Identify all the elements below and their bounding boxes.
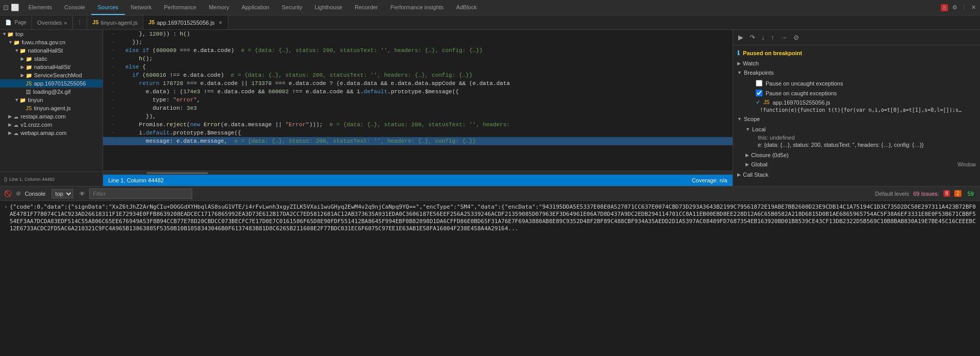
- tree-item-tinyun-agent[interactable]: ▶ JS tinyun-agent.js: [0, 104, 103, 112]
- pause-resume-btn[interactable]: ▶: [736, 32, 745, 42]
- code-line-highlighted: - message: e.data.message, e = {data: {……: [103, 137, 733, 145]
- file-tab-tinyun-agent[interactable]: JS tinyun-agent.js: [87, 15, 143, 29]
- local-section-header[interactable]: ▼ Local: [743, 125, 980, 134]
- right-panel: ▶ ↷ ↓ ↑ → ⊘ ℹ Paused on breakpoint ▶ Wat…: [733, 30, 980, 186]
- console-clear-icon[interactable]: 🚫: [4, 190, 12, 197]
- page-icon: 📄: [5, 20, 11, 25]
- tree-item-v1cnzz[interactable]: ▶ ☁ v1.cnzz.com: [0, 121, 103, 129]
- tree-item-webapi[interactable]: ▶ ☁ webapi.amap.com: [0, 129, 103, 137]
- file-tab-close[interactable]: ✕: [219, 20, 223, 25]
- top-select[interactable]: top: [52, 189, 73, 198]
- folder-icon-tinyun: 📁: [20, 97, 26, 103]
- device-icon[interactable]: ⬜: [11, 4, 19, 11]
- tab-sources[interactable]: Sources: [91, 0, 124, 15]
- file-tabs-bar: 📄 Page Overrides » ⋮ JS tinyun-agent.js …: [0, 15, 980, 30]
- tab-memory[interactable]: Memory: [203, 0, 236, 15]
- scope-this-value: this: undefined: [758, 134, 795, 141]
- settings-icon[interactable]: ⚙: [952, 4, 957, 11]
- tab-performance-insights[interactable]: Performance insights: [384, 0, 450, 15]
- tab-elements[interactable]: Elements: [22, 0, 58, 15]
- step-out-btn[interactable]: ↑: [769, 32, 777, 42]
- step-into-btn[interactable]: ↓: [759, 32, 767, 42]
- scope-arrow: ▼: [737, 116, 742, 122]
- tab-console[interactable]: Console: [58, 0, 91, 15]
- close-icon[interactable]: ✕: [971, 4, 976, 11]
- status-position: Line 1, Column 44482: [108, 177, 164, 183]
- eye-icon[interactable]: 👁: [79, 191, 85, 197]
- pause-caught-checkbox[interactable]: [756, 90, 762, 96]
- pause-uncaught-checkbox[interactable]: [756, 80, 762, 87]
- callstack-section-header[interactable]: ▶ Call Stack: [733, 170, 980, 179]
- tree-item-servicesearchmod[interactable]: ▶ 📁 ServiceSearchMod: [0, 71, 103, 79]
- file-tab-app-js[interactable]: JS app.1697015255056.js ✕: [143, 15, 228, 29]
- three-dots-menu[interactable]: ⋮: [73, 15, 87, 29]
- tree-item-top[interactable]: ▼ 📁 top: [0, 30, 103, 38]
- filter-input[interactable]: [89, 189, 192, 199]
- tab-adblock[interactable]: AdBlock: [450, 0, 483, 15]
- global-section-header[interactable]: ▶ Global Window: [743, 160, 980, 169]
- bp-check-icon: ✓: [756, 99, 760, 106]
- tab-recorder[interactable]: Recorder: [348, 0, 384, 15]
- local-arrow: ▼: [745, 127, 750, 132]
- scope-e: e: {data: {…}, status: 200, statusText: …: [754, 141, 980, 148]
- file-tab-1-label: tinyun-agent.js: [101, 20, 138, 26]
- paused-label: Paused on breakpoint: [743, 50, 802, 56]
- tree-item-tinyun[interactable]: ▼ 📁 tinyun: [0, 96, 103, 104]
- tree-label-gif: loading@2x.gif: [33, 89, 71, 95]
- devtools-toolbar: ⊡ ⬜ Elements Console Sources Network Per…: [0, 0, 980, 15]
- bp-file-name: app.1697015255056.js: [773, 99, 830, 106]
- inspect-icon[interactable]: ⊡: [3, 4, 9, 11]
- watch-section-header[interactable]: ▶ Watch: [733, 59, 980, 68]
- top-selector[interactable]: top: [49, 189, 75, 198]
- folder-icon-sub: 📁: [26, 64, 32, 70]
- tree-label-webapi: webapi.amap.com: [21, 130, 67, 136]
- scope-section-header[interactable]: ▼ Scope: [733, 114, 980, 124]
- horizontal-scrollbar[interactable]: [103, 171, 733, 175]
- folder-icon-nationalhallst: 📁: [20, 48, 26, 54]
- tab-application[interactable]: Application: [236, 0, 276, 15]
- closure-arrow: ▶: [745, 152, 749, 158]
- tree-label-v1cnzz: v1.cnzz.com: [21, 122, 52, 128]
- tab-network[interactable]: Network: [125, 0, 158, 15]
- tree-item-nationalhallst-sub[interactable]: ▶ 📁 nationalHallSt/: [0, 63, 103, 71]
- pause-uncaught-row[interactable]: Pause on uncaught exceptions: [743, 78, 980, 88]
- local-label: Local: [752, 126, 766, 132]
- msg-count-badge: 59: [966, 190, 976, 197]
- scope-e-value: e: {data: {…}, status: 200, statusText: …: [758, 142, 924, 148]
- step-btn[interactable]: →: [778, 32, 789, 42]
- issues-badge: 69 Issues:: [913, 191, 939, 197]
- code-line: - }),: [103, 112, 733, 121]
- deactivate-btn[interactable]: ⊘: [791, 32, 801, 42]
- console-filter: [89, 189, 871, 199]
- page-toggle[interactable]: 📄 Page: [0, 15, 32, 29]
- console-line-json: › {"code":0,"data":{"signData":"XxZ6tJhZ…: [0, 203, 980, 233]
- cloud-icon-webapi: ☁: [13, 130, 19, 136]
- sidebar-expand-icon[interactable]: {}: [4, 177, 7, 182]
- global-arrow: ▶: [745, 162, 749, 167]
- more-icon[interactable]: ⋮: [961, 4, 967, 11]
- breakpoints-section-header[interactable]: ▼ Breakpoints: [733, 68, 980, 77]
- code-line: - type: "error",: [103, 96, 733, 104]
- cloud-icon-restapi: ☁: [13, 114, 19, 120]
- tree-item-fuwu[interactable]: ▼ 📁 fuwu.nhsa.gov.cn: [0, 38, 103, 46]
- tab-lighthouse[interactable]: Lighthouse: [308, 0, 348, 15]
- tree-item-nationalhallst[interactable]: ▼ 📁 nationalHallSt: [0, 46, 103, 55]
- default-levels-label[interactable]: Default levels: [875, 191, 909, 197]
- tree-item-app-js[interactable]: ▶ JS app.1697015255056: [0, 79, 103, 88]
- console-output[interactable]: › {"code":0,"data":{"signData":"XxZ6tJhZ…: [0, 201, 980, 356]
- closure-section-header[interactable]: ▶ Closure (0d5e): [743, 150, 980, 160]
- overrides-label: Overrides: [37, 20, 62, 26]
- tree-item-static[interactable]: ▶ 📁 static: [0, 55, 103, 63]
- tree-label-static: static: [34, 56, 47, 62]
- overrides-btn[interactable]: Overrides »: [32, 15, 73, 29]
- tab-performance[interactable]: Performance: [158, 0, 203, 15]
- step-over-btn[interactable]: ↷: [748, 32, 757, 42]
- console-filter-icon[interactable]: ⊘: [16, 190, 21, 197]
- global-window-label: Window: [957, 162, 976, 167]
- global-label: Global: [751, 161, 768, 167]
- pause-caught-row[interactable]: Pause on caught exceptions: [743, 88, 980, 98]
- tab-security[interactable]: Security: [275, 0, 308, 15]
- tree-item-restapi[interactable]: ▶ ☁ restapi.amap.com: [0, 112, 103, 121]
- tree-item-loading-gif[interactable]: ▶ 🖼 loading@2x.gif: [0, 88, 103, 96]
- code-content[interactable]: - }, 1200)) : h() - }); - else if (60000…: [103, 30, 733, 171]
